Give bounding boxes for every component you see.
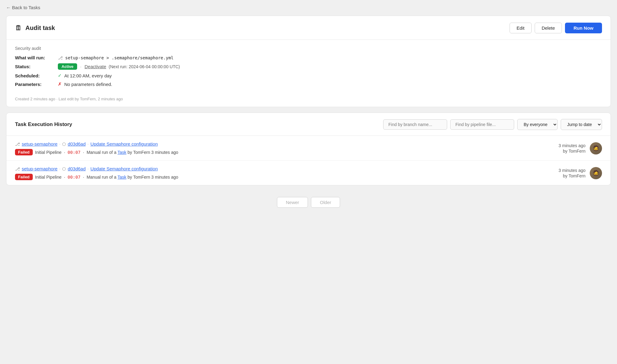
pipeline-path: setup-semaphore > .semaphore/semaphore.y… [65, 55, 174, 60]
task-action-buttons: Edit Delete Run Now [510, 23, 602, 33]
pagination: Newer Older [6, 191, 611, 214]
parameters-label: Parameters: [15, 82, 58, 87]
branch-icon-1: ⎇ [15, 166, 20, 171]
history-top-row-1: ⎇ setup-semaphore · ⬡ d03d6ad · Update S… [15, 166, 178, 171]
pipeline-name-0: Initial Pipeline [35, 150, 62, 155]
task-title: Audit task [25, 24, 55, 32]
by-user-0: by TomFern [559, 149, 585, 154]
older-button[interactable]: Older [311, 197, 340, 208]
commit-link-1[interactable]: d03d6ad [68, 166, 85, 171]
failed-badge-1: Failed [15, 174, 33, 180]
message-link-1[interactable]: Update Semaphore configuration [90, 166, 158, 171]
failed-badge-0: Failed [15, 149, 33, 155]
message-link-0[interactable]: Update Semaphore configuration [90, 141, 158, 147]
delete-button[interactable]: Delete [535, 23, 562, 33]
history-card: Task Execution History By everyone Jump … [6, 113, 611, 185]
scheduled-text: At 12:00 AM, every day [64, 73, 112, 78]
git-icon-0: ⬡ [62, 142, 66, 147]
history-filters: By everyone Jump to date [383, 119, 602, 130]
what-will-run-row: What will run: ⎇ setup-semaphore > .sema… [15, 55, 602, 60]
status-row: Status: Active · Deactivate (Next run: 2… [15, 63, 602, 70]
history-item-right-0: 3 minutes ago by TomFern 🧔 [559, 142, 602, 154]
sep1-1: · [59, 166, 61, 171]
branch-filter-input[interactable] [383, 119, 447, 130]
sep4-1: · [83, 175, 84, 180]
sep3-0: · [64, 150, 65, 155]
sep2-1: · [88, 166, 89, 171]
task-link-0[interactable]: Task [118, 150, 126, 155]
owner-filter-select[interactable]: By everyone [517, 119, 558, 130]
history-item-left-0: ⎇ setup-semaphore · ⬡ d03d6ad · Update S… [15, 141, 178, 155]
task-footer: Created 2 minutes ago · Last edit by Tom… [6, 97, 611, 107]
history-items-container: ⎇ setup-semaphore · ⬡ d03d6ad · Update S… [6, 136, 611, 185]
x-icon: ✗ [58, 81, 62, 87]
scheduled-value: ✓ At 12:00 AM, every day [58, 73, 112, 78]
scheduled-label: Scheduled: [15, 73, 58, 78]
history-time-1: 3 minutes ago by TomFern [559, 168, 585, 178]
history-title: Task Execution History [15, 121, 72, 128]
newer-button[interactable]: Newer [277, 197, 308, 208]
edit-button[interactable]: Edit [510, 23, 532, 33]
pipeline-name-1: Initial Pipeline [35, 175, 62, 180]
status-value: Active · Deactivate (Next run: 2024-06-0… [58, 63, 180, 70]
task-detail-card: 🗓 Audit task Edit Delete Run Now Securit… [6, 16, 611, 107]
calendar-icon: 🗓 [15, 24, 22, 32]
git-icon-1: ⬡ [62, 166, 66, 171]
history-top-row-0: ⎇ setup-semaphore · ⬡ d03d6ad · Update S… [15, 141, 178, 147]
run-desc-1: Manual run of a Task by TomFern 3 minute… [87, 175, 178, 180]
what-will-run-label: What will run: [15, 55, 58, 60]
branch-link-1[interactable]: setup-semaphore [22, 166, 58, 171]
sep4-0: · [83, 150, 84, 155]
task-subtitle: Security audit [15, 46, 602, 51]
history-item-right-1: 3 minutes ago by TomFern 🧔 [559, 167, 602, 179]
status-label: Status: [15, 64, 58, 69]
run-desc-0: Manual run of a Task by TomFern 3 minute… [87, 150, 178, 155]
parameters-value: ✗ No parameters defined. [58, 81, 112, 87]
history-header: Task Execution History By everyone Jump … [6, 113, 611, 136]
timer-0: 00:07 [68, 150, 80, 155]
next-run-text: (Next run: 2024-06-04 00:00:00 UTC) [109, 64, 180, 69]
run-now-button[interactable]: Run Now [565, 23, 602, 33]
date-filter-select[interactable]: Jump to date [561, 119, 602, 130]
branch-icon: ⎇ [58, 55, 63, 60]
history-item: ⎇ setup-semaphore · ⬡ d03d6ad · Update S… [6, 161, 611, 185]
deactivate-link[interactable]: Deactivate [84, 64, 106, 69]
task-link-1[interactable]: Task [118, 175, 126, 180]
avatar-0: 🧔 [590, 142, 602, 154]
timer-1: 00:07 [68, 175, 80, 180]
history-bottom-row-1: Failed Initial Pipeline · 00:07 · Manual… [15, 174, 178, 180]
history-item: ⎇ setup-semaphore · ⬡ d03d6ad · Update S… [6, 136, 611, 161]
sep2-0: · [88, 142, 89, 146]
time-ago-0: 3 minutes ago [559, 143, 585, 148]
pipeline-filter-input[interactable] [450, 119, 514, 130]
what-will-run-value: ⎇ setup-semaphore > .semaphore/semaphore… [58, 55, 174, 60]
sep3-1: · [64, 175, 65, 180]
task-info-section: Security audit What will run: ⎇ setup-se… [6, 40, 611, 95]
history-time-0: 3 minutes ago by TomFern [559, 143, 585, 154]
check-icon: ✓ [58, 73, 62, 78]
back-to-tasks-link[interactable]: ← Back to Tasks [6, 5, 40, 10]
history-bottom-row-0: Failed Initial Pipeline · 00:07 · Manual… [15, 149, 178, 155]
task-card-header: 🗓 Audit task Edit Delete Run Now [6, 16, 611, 40]
task-title-group: 🗓 Audit task [15, 24, 55, 32]
history-item-left-1: ⎇ setup-semaphore · ⬡ d03d6ad · Update S… [15, 166, 178, 180]
sep1-0: · [59, 142, 61, 146]
scheduled-row: Scheduled: ✓ At 12:00 AM, every day [15, 73, 602, 78]
avatar-1: 🧔 [590, 167, 602, 179]
parameters-row: Parameters: ✗ No parameters defined. [15, 81, 602, 87]
commit-link-0[interactable]: d03d6ad [68, 141, 85, 147]
parameters-text: No parameters defined. [64, 82, 112, 87]
branch-icon-0: ⎇ [15, 142, 20, 147]
branch-link-0[interactable]: setup-semaphore [22, 141, 58, 147]
active-badge: Active [58, 63, 77, 70]
time-ago-1: 3 minutes ago [559, 168, 585, 173]
by-user-1: by TomFern [559, 173, 585, 178]
